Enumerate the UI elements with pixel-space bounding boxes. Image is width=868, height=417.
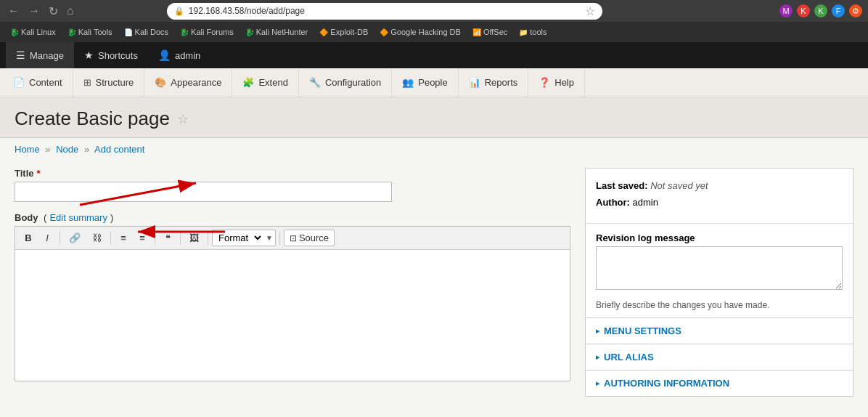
bookmark-exploit-db[interactable]: 🔶 Exploit-DB: [315, 26, 372, 38]
format-select[interactable]: Format: [213, 230, 263, 246]
manage-label: Manage: [30, 50, 64, 61]
menu-settings-arrow-icon: ▸: [596, 327, 599, 335]
favorite-star-icon[interactable]: ☆: [177, 111, 189, 127]
user-icon: 👤: [158, 49, 171, 61]
bookmark-tools[interactable]: 📁 tools: [515, 26, 551, 38]
back-button[interactable]: ←: [6, 4, 22, 17]
menu-settings-section[interactable]: ▸ MENU SETTINGS: [586, 317, 853, 344]
nav-configuration[interactable]: 🔧 Configuration: [299, 68, 392, 97]
source-button[interactable]: ⊡ Source: [284, 230, 335, 246]
configuration-icon: 🔧: [309, 77, 321, 88]
nav-help[interactable]: ❓ Help: [528, 68, 585, 97]
nav-people-label: People: [418, 77, 447, 88]
shortcuts-menu-item[interactable]: ★ Shortcuts: [74, 42, 148, 68]
bookmark-google-hacking-db[interactable]: 🔶 Google Hacking DB: [375, 26, 465, 38]
revision-log-textarea[interactable]: [596, 246, 843, 290]
nav-configuration-label: Configuration: [325, 77, 381, 88]
extension-icon-1[interactable]: M: [779, 4, 793, 17]
kali-tools-icon: 🐉: [67, 28, 76, 36]
breadcrumb-home[interactable]: Home: [15, 144, 40, 155]
italic-button[interactable]: I: [38, 230, 56, 246]
image-button[interactable]: 🖼: [184, 230, 204, 246]
structure-icon: ⊞: [83, 77, 91, 88]
link-button[interactable]: 🔗: [64, 230, 86, 246]
authoring-info-section[interactable]: ▸ AUTHORING INFORMATION: [586, 370, 853, 396]
bookmark-label: OffSec: [483, 28, 507, 36]
bookmark-kali-forums[interactable]: 🐉 Kali Forums: [176, 26, 238, 38]
bookmark-label: Kali Docs: [135, 28, 168, 36]
bookmark-label: Kali Linux: [21, 28, 56, 36]
nav-content[interactable]: 📄 Content: [3, 68, 73, 97]
kali-docs-icon: 📄: [124, 28, 133, 36]
sidebar-meta-content: Last saved: Not saved yet Author: admin: [586, 169, 853, 220]
bookmark-star[interactable]: ☆: [585, 4, 595, 18]
page-title-text: Create Basic page: [15, 108, 170, 130]
nav-appearance[interactable]: 🎨 Appearance: [144, 68, 232, 97]
numbered-list-button[interactable]: ≡: [134, 230, 151, 246]
breadcrumb-add-content[interactable]: Add content: [94, 144, 144, 155]
author-label: Author:: [596, 197, 630, 208]
manage-menu-item[interactable]: ☰ Manage: [6, 42, 74, 68]
hamburger-icon: ☰: [16, 49, 25, 61]
refresh-button[interactable]: ↻: [46, 4, 60, 18]
bookmark-label: Google Hacking DB: [390, 28, 461, 36]
extend-icon: 🧩: [242, 77, 254, 88]
nav-extend[interactable]: 🧩 Extend: [232, 68, 298, 97]
page-title: Create Basic page ☆: [15, 108, 853, 130]
title-input[interactable]: [15, 182, 392, 202]
bullet-list-button[interactable]: ≡: [115, 230, 132, 246]
unlink-button[interactable]: ⛓: [87, 230, 107, 246]
extension-icon-5[interactable]: ⚙: [849, 4, 862, 17]
nav-structure-label: Structure: [96, 77, 134, 88]
bookmark-kali-docs[interactable]: 📄 Kali Docs: [120, 26, 173, 38]
extension-icon-3[interactable]: K: [814, 4, 827, 17]
forward-button[interactable]: →: [26, 4, 42, 17]
revision-log-label: Revision log message: [586, 227, 853, 246]
revision-help-text: Briefly describe the changes you have ma…: [586, 297, 853, 317]
star-icon: ★: [84, 49, 94, 61]
admin-toolbar: ☰ Manage ★ Shortcuts 👤 admin: [0, 42, 868, 68]
bold-button[interactable]: B: [20, 230, 37, 246]
breadcrumb-node[interactable]: Node: [56, 144, 78, 155]
last-saved-value: Not saved yet: [650, 180, 708, 191]
bookmarks-bar: 🐉 Kali Linux 🐉 Kali Tools 📄 Kali Docs 🐉 …: [0, 22, 868, 42]
kali-nethunter-icon: 🐉: [245, 28, 254, 36]
page-area: Create Basic page ☆ Home » Node » Add co…: [0, 97, 868, 411]
offsec-icon: 📶: [472, 28, 481, 36]
bookmark-kali-nethunter[interactable]: 🐉 Kali NetHunter: [241, 26, 313, 38]
exploit-db-icon: 🔶: [319, 28, 328, 36]
last-saved-label: Last saved:: [596, 180, 648, 191]
home-button[interactable]: ⌂: [65, 4, 76, 17]
browser-extension-icons: M K K F ⚙: [779, 4, 862, 17]
address-bar[interactable]: 🔒 192.168.43.58/node/add/page ☆: [167, 3, 602, 20]
bookmark-offsec[interactable]: 📶 OffSec: [468, 26, 512, 38]
nav-reports[interactable]: 📊 Reports: [459, 68, 529, 97]
page-header: Create Basic page ☆: [0, 97, 868, 138]
kali-forums-icon: 🐉: [180, 28, 189, 36]
blockquote-button[interactable]: ❝: [159, 230, 176, 246]
help-icon: ❓: [539, 77, 550, 88]
extension-icon-4[interactable]: F: [832, 4, 845, 17]
edit-summary-link[interactable]: Edit summary: [49, 212, 107, 223]
body-field-label: Body ( Edit summary ): [15, 212, 570, 223]
format-dropdown-wrap[interactable]: Format ▼: [212, 230, 276, 246]
bookmark-kali-tools[interactable]: 🐉 Kali Tools: [63, 26, 117, 38]
sidebar-divider: [586, 223, 853, 224]
nav-people[interactable]: 👥 People: [392, 68, 458, 97]
appearance-icon: 🎨: [155, 77, 166, 88]
editor-toolbar: B I 🔗 ⛓ ≡ ≡ ❝ 🖼: [15, 227, 570, 250]
editor-body-area[interactable]: [15, 250, 570, 381]
toolbar-divider-1: [60, 232, 60, 245]
nav-extend-label: Extend: [258, 77, 287, 88]
title-label-text: Title: [15, 168, 34, 179]
url-alias-section[interactable]: ▸ URL ALIAS: [586, 344, 853, 370]
bookmark-kali-linux[interactable]: 🐉 Kali Linux: [6, 26, 60, 38]
menu-settings-label: MENU SETTINGS: [604, 325, 681, 336]
nav-structure[interactable]: ⊞ Structure: [73, 68, 145, 97]
url-alias-label: URL ALIAS: [604, 352, 654, 363]
bookmark-label: Kali NetHunter: [256, 28, 308, 36]
admin-user-menu-item[interactable]: 👤 admin: [148, 42, 210, 68]
toolbar-divider-2: [110, 232, 111, 245]
extension-icon-2[interactable]: K: [797, 4, 810, 17]
url-alias-arrow-icon: ▸: [596, 353, 599, 361]
